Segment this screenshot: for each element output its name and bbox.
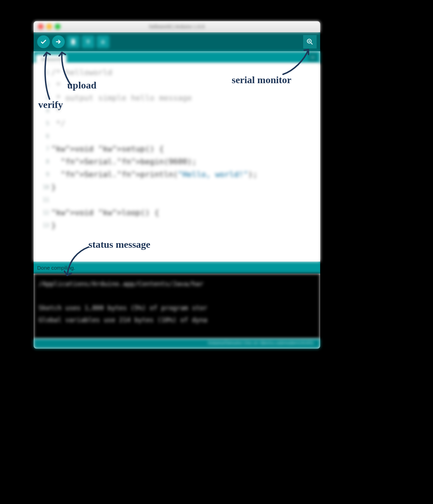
board-info-bar: Arduino/Genuino Uno on /dev/cu.usbmodem1… xyxy=(34,339,320,349)
verify-button[interactable] xyxy=(37,35,50,48)
titlebar: helloworld | Arduino 1.6.6 xyxy=(34,21,320,32)
toolbar xyxy=(34,32,320,51)
line-number: 5 xyxy=(34,117,49,130)
line-number: 12 xyxy=(34,206,49,219)
code-editor[interactable]: 12345678910111213 /* helloworld * * outp… xyxy=(34,63,320,262)
line-number: 7 xyxy=(34,143,49,155)
arrow-up-icon xyxy=(85,39,91,45)
upload-annotation: upload xyxy=(67,80,97,91)
save-button[interactable] xyxy=(97,35,109,48)
arrow-down-icon xyxy=(100,39,106,45)
serial-arrow xyxy=(279,46,318,78)
status-arrow xyxy=(60,244,92,280)
window-controls xyxy=(38,24,60,29)
check-icon xyxy=(40,38,47,45)
line-number: 9 xyxy=(34,168,49,181)
zoom-icon[interactable] xyxy=(55,24,60,29)
serial-annotation: serial monitor xyxy=(232,74,291,86)
stage: helloworld | Arduino 1.6.6 xyxy=(0,0,433,504)
line-number: 10 xyxy=(34,181,49,194)
open-button[interactable] xyxy=(82,35,94,48)
arrow-right-icon xyxy=(55,38,62,45)
svg-point-1 xyxy=(308,40,310,42)
close-icon[interactable] xyxy=(38,24,44,29)
board-info: Arduino/Genuino Uno on /dev/cu.usbmodem1… xyxy=(208,340,314,345)
code-area[interactable]: /* helloworld * * output simple hello me… xyxy=(51,63,320,262)
line-number: 13 xyxy=(34,219,49,232)
line-number: 8 xyxy=(34,155,49,168)
upload-button[interactable] xyxy=(52,35,65,48)
verify-annotation: verify xyxy=(38,99,63,110)
console-output[interactable]: /Applications/Arduino.app/Contents/Java/… xyxy=(34,274,320,339)
window-title: helloworld | Arduino 1.6.6 xyxy=(34,24,320,29)
status-annotation: status message xyxy=(88,239,150,250)
line-number: 6 xyxy=(34,130,49,143)
minimize-icon[interactable] xyxy=(46,24,52,29)
line-number: 11 xyxy=(34,194,49,206)
magnifier-icon xyxy=(306,38,314,46)
new-button[interactable] xyxy=(67,35,80,48)
file-icon xyxy=(70,39,76,45)
